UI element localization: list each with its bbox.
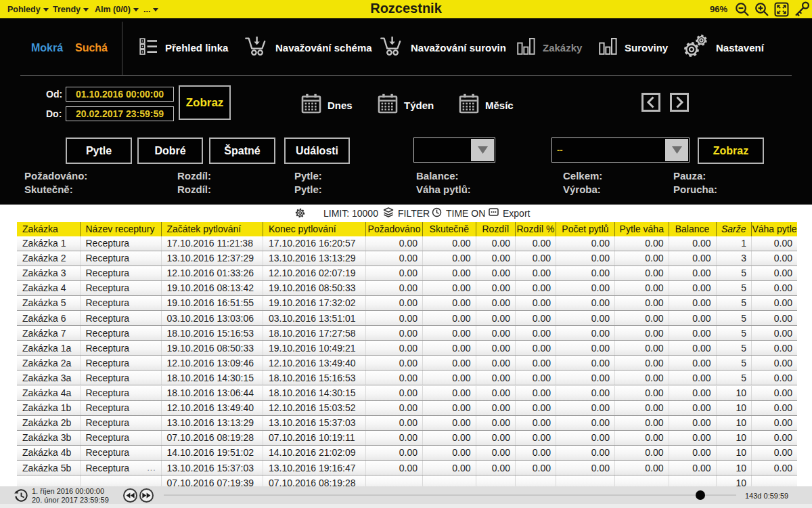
table-row[interactable]: Zakázka 4bReceptura14.10.2016 19:51:0214… bbox=[17, 446, 797, 461]
table-row[interactable]: Zakázka 3bReceptura07.10.2016 08:19:2807… bbox=[17, 431, 797, 446]
table-row[interactable]: Zakázka 4aReceptura18.10.2016 13:06:4418… bbox=[17, 386, 797, 401]
table-row[interactable]: Zakázka 5Receptura19.10.2016 16:51:5519.… bbox=[17, 296, 797, 311]
time-on-toggle[interactable]: TIME ON bbox=[432, 205, 485, 221]
udalosti-button[interactable]: Události bbox=[284, 137, 350, 164]
table-cell: Zakázka 3 bbox=[17, 266, 80, 280]
column-header[interactable]: Skutečně bbox=[422, 222, 476, 236]
next-period-button[interactable] bbox=[670, 93, 689, 112]
prev-period-button[interactable] bbox=[641, 93, 660, 112]
rewind-button[interactable] bbox=[123, 488, 137, 503]
export-button[interactable]: Export bbox=[489, 205, 530, 221]
table-row[interactable]: Zakázka 1aReceptura19.10.2016 08:50:3319… bbox=[17, 341, 797, 356]
key-icon[interactable] bbox=[794, 1, 810, 17]
table-cell: Receptura bbox=[80, 386, 161, 400]
fullscreen-icon[interactable] bbox=[774, 2, 789, 17]
spatne-label: Špatné bbox=[224, 145, 260, 157]
table-cell: Receptura bbox=[80, 341, 161, 355]
do-input[interactable]: 20.02.2017 23:59:59 bbox=[66, 106, 174, 121]
filter-dropdown-2[interactable]: -- bbox=[551, 137, 690, 163]
table-settings-button[interactable] bbox=[295, 205, 305, 221]
column-header[interactable]: Sarže bbox=[716, 222, 752, 236]
table-cell: 0.00 bbox=[556, 251, 614, 266]
bottom-scrollbar[interactable] bbox=[0, 504, 812, 508]
dropdown-arrow-icon bbox=[665, 139, 688, 161]
table-cell: 0.00 bbox=[422, 341, 476, 355]
nav-item-suroviny[interactable]: Suroviny bbox=[599, 34, 668, 61]
dropdown-arrow-icon bbox=[471, 139, 494, 161]
table-row[interactable]: Zakázka 6Receptura03.10.2016 13:03:0603.… bbox=[17, 311, 797, 326]
timeline-track[interactable] bbox=[164, 494, 736, 496]
table-cell: Receptura bbox=[80, 401, 161, 415]
dobre-button[interactable]: Dobré bbox=[137, 137, 203, 164]
table-cell: 5 bbox=[716, 341, 752, 355]
calendar-icon bbox=[378, 93, 398, 117]
od-input[interactable]: 01.10.2016 00:00:00 bbox=[66, 87, 174, 102]
table-row[interactable]: Zakázka 3aReceptura18.10.2016 14:30:1518… bbox=[17, 371, 797, 385]
table-row[interactable]: Zakázka 2Receptura13.10.2016 12:37:2913.… bbox=[17, 251, 797, 266]
pytle-button[interactable]: Pytle bbox=[66, 137, 132, 164]
nav-item-nastaveni[interactable]: Nastavení bbox=[682, 34, 764, 61]
spatne-button[interactable]: Špatné bbox=[209, 137, 275, 164]
stat-porucha-label: Porucha: bbox=[673, 184, 717, 195]
nav-item-navazovani-schema[interactable]: Navažování schéma bbox=[245, 34, 372, 61]
column-header[interactable]: Pytle váha bbox=[614, 222, 669, 236]
nav-item-navazovani-surovin[interactable]: Navažování surovin bbox=[380, 34, 506, 61]
table-cell: 13.10.2016 15:37:03 bbox=[161, 461, 263, 475]
tab-sucha[interactable]: Suchá bbox=[75, 42, 108, 54]
table-row[interactable]: Zakázka 7Receptura18.10.2016 15:16:5318.… bbox=[17, 326, 797, 341]
table-cell: 0.00 bbox=[365, 296, 422, 310]
row-more-indicator[interactable]: ... bbox=[147, 463, 156, 473]
filter-toggle[interactable]: FILTER bbox=[383, 205, 430, 221]
table-row[interactable]: Zakázka 2bReceptura13.10.2016 13:13:2913… bbox=[17, 416, 797, 431]
nav-item-prehled-linka[interactable]: Přehled linka bbox=[139, 34, 228, 61]
forward-button[interactable] bbox=[139, 488, 154, 503]
udalosti-label: Události bbox=[296, 145, 338, 157]
table-cell: 0.00 bbox=[515, 266, 556, 280]
filter-dropdown-1[interactable] bbox=[413, 137, 495, 163]
zoom-in-icon[interactable] bbox=[754, 2, 769, 17]
column-header[interactable]: Název receptury bbox=[80, 222, 161, 236]
table-cell: 0.00 bbox=[365, 416, 422, 430]
table-row[interactable]: Zakázka 2aReceptura12.10.2016 13:09:4612… bbox=[17, 356, 797, 371]
nav-item-zakazky[interactable]: Zakázky bbox=[517, 34, 582, 61]
nav-divider bbox=[122, 22, 122, 75]
dobre-label: Dobré bbox=[154, 145, 185, 157]
zoom-out-icon[interactable] bbox=[735, 2, 750, 17]
table-row[interactable]: Zakázka 1bReceptura12.10.2016 13:49:4012… bbox=[17, 401, 797, 416]
table-cell: 0.00 bbox=[476, 326, 516, 340]
column-header[interactable]: Konec pytlování bbox=[263, 222, 365, 236]
quick-dnes[interactable]: Dnes bbox=[301, 93, 353, 117]
table-cell: 12.10.2016 01:33:26 bbox=[161, 266, 263, 280]
table-row[interactable]: Zakázka 5bReceptura...13.10.2016 15:37:0… bbox=[17, 461, 797, 475]
table-row[interactable]: Zakázka 1Receptura17.10.2016 11:21:3817.… bbox=[17, 236, 797, 251]
zobraz-filter-button[interactable]: Zobraz bbox=[698, 137, 764, 164]
table-cell: Receptura bbox=[80, 371, 161, 385]
column-header[interactable]: Váha pytle bbox=[751, 222, 797, 236]
table-cell: 5 bbox=[716, 296, 752, 310]
column-header[interactable]: Zakázka bbox=[17, 222, 80, 236]
table-cell: 0.00 bbox=[476, 266, 516, 280]
quick-mesic[interactable]: Měsíc bbox=[459, 93, 514, 117]
zobraz-date-button[interactable]: Zobraz bbox=[179, 85, 231, 120]
table-cell: 0.00 bbox=[476, 236, 516, 251]
timeline-range: 1. říjen 2016 00:00:00 20. únor 2017 23:… bbox=[32, 487, 109, 504]
limit-indicator[interactable]: LIMIT: 10000 bbox=[323, 205, 378, 221]
table-cell: 12.10.2016 13:49:40 bbox=[161, 401, 263, 415]
column-header[interactable]: Požadováno bbox=[365, 222, 422, 236]
table-cell: 0.00 bbox=[669, 356, 716, 370]
table-cell: 5 bbox=[716, 281, 752, 295]
table-row[interactable]: Zakázka 4Receptura19.10.2016 08:13:4219.… bbox=[17, 281, 797, 296]
quick-tyden[interactable]: Týden bbox=[378, 93, 434, 117]
column-header[interactable]: Rozdíl bbox=[476, 222, 516, 236]
table-cell: 0.00 bbox=[614, 341, 669, 355]
column-header[interactable]: Balance bbox=[669, 222, 716, 236]
column-header[interactable]: Začátek pytlování bbox=[161, 222, 263, 236]
table-row[interactable]: Zakázka 3Receptura12.10.2016 01:33:2612.… bbox=[17, 266, 797, 281]
table-row[interactable]: 07.10.2016 07:19:3907.10.2016 08:19:2810 bbox=[17, 475, 797, 486]
column-header[interactable]: Počet pytlů bbox=[556, 222, 614, 236]
table-cell: Receptura bbox=[80, 416, 161, 430]
table-cell: 0.00 bbox=[515, 386, 556, 400]
column-header[interactable]: Rozdíl % bbox=[515, 222, 556, 236]
timeline-handle[interactable] bbox=[696, 490, 705, 500]
tab-mokra[interactable]: Mokrá bbox=[31, 42, 63, 54]
